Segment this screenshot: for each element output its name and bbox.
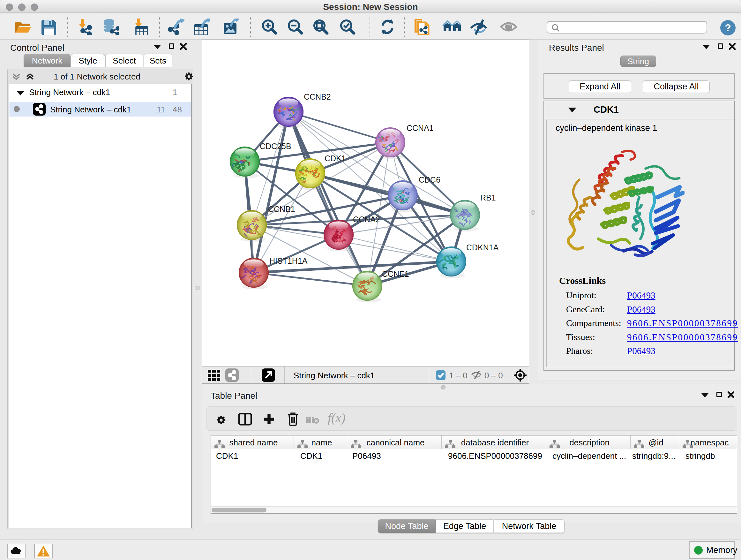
svg-text:CCNA1: CCNA1 [407,124,434,132]
svg-text:CDC25B: CDC25B [260,142,291,151]
svg-text:CCNB1: CCNB1 [268,205,295,213]
svg-text:CCNA2: CCNA2 [353,215,380,224]
svg-text:?: ? [725,22,731,34]
svg-text:RB1: RB1 [480,193,496,202]
svg-text:CDC6: CDC6 [419,175,441,184]
svg-text:CCNE1: CCNE1 [382,269,409,278]
svg-text:CCNB2: CCNB2 [304,92,331,101]
svg-text:CDK1: CDK1 [325,154,346,163]
svg-text:CDKN1A: CDKN1A [466,243,499,252]
svg-text:HIST1H1A: HIST1H1A [269,256,308,265]
